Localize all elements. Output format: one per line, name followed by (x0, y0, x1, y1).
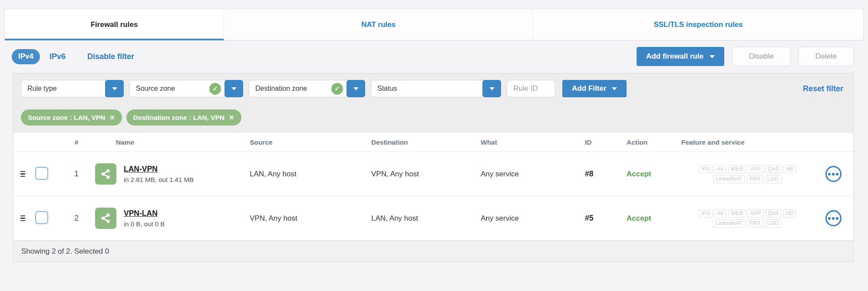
delete-button[interactable]: Delete (799, 47, 854, 66)
rule-name-link[interactable]: LAN-VPN (124, 165, 194, 174)
dropdown-button[interactable] (482, 80, 501, 97)
status-dropdown[interactable]: Status (371, 80, 501, 97)
share-network-icon (95, 163, 116, 185)
firewall-rules-panel: Rule type Source zone ✓ Destination zone… (13, 73, 854, 262)
header-what: What (481, 139, 585, 146)
feature-badge: HB (783, 209, 796, 218)
tab-nat-rules[interactable]: NAT rules (224, 9, 533, 40)
table-header-row: # Name Source Destination What ID Action… (13, 133, 853, 152)
row-checkbox[interactable] (35, 167, 48, 180)
rule-what: Any service (481, 170, 585, 179)
disable-filter-link[interactable]: Disable filter (87, 52, 134, 61)
filter-chip-destination-zone: Destination zone : LAN, VPN ✕ (126, 109, 241, 126)
table-row: 1 LAN-VPN in 2.81 MB, out 1.41 MB LAN, A… (13, 152, 853, 196)
share-network-icon (95, 208, 116, 229)
rule-destination: LAN, Any host (371, 214, 481, 223)
check-circle-icon: ✓ (331, 83, 343, 95)
feature-badge: HB (783, 165, 796, 173)
rule-name-link[interactable]: VPN-LAN (124, 209, 165, 218)
feature-badge: WEB (728, 165, 746, 173)
dropdown-button[interactable] (224, 80, 243, 97)
table-footer: Showing 2 of 2. Selected 0 (13, 241, 853, 261)
row-menu-button[interactable] (825, 210, 842, 226)
feature-badge: LOG (765, 175, 781, 183)
chevron-down-icon (612, 87, 617, 90)
feature-badge: APP (747, 165, 763, 173)
add-filter-label: Add Filter (572, 84, 606, 93)
add-firewall-rule-button[interactable]: Add firewall rule (637, 47, 724, 66)
reset-filter-link[interactable]: Reset filter (803, 84, 846, 93)
rule-id-input[interactable] (507, 80, 555, 97)
feature-badge: PRX (746, 219, 763, 228)
destination-zone-dropdown[interactable]: Destination zone ✓ (249, 80, 365, 97)
rule-action: Accept (627, 214, 681, 223)
rule-source: LAN, Any host (250, 170, 371, 179)
tab-label: SSL/TLS inspection rules (653, 20, 743, 29)
rule-source: VPN, Any host (250, 214, 371, 223)
rule-id: #5 (585, 214, 627, 223)
rule-destination: VPN, Any host (371, 170, 481, 179)
dropdown-button[interactable] (105, 80, 124, 97)
chevron-down-icon (710, 55, 715, 58)
drag-handle-icon[interactable] (20, 215, 25, 222)
chevron-down-icon (489, 87, 495, 90)
header-source: Source (250, 139, 371, 146)
feature-badge: AV (714, 209, 726, 218)
rule-what: Any service (481, 214, 585, 223)
drag-handle-icon[interactable] (20, 171, 25, 177)
status-label: Status (371, 85, 482, 93)
table-row: 2 VPN-LAN in 0 B, out 0 B VPN, Any host … (13, 196, 853, 241)
destination-zone-label: Destination zone (249, 85, 331, 93)
rule-number: 2 (58, 214, 95, 223)
chevron-down-icon (231, 87, 237, 90)
disable-button[interactable]: Disable (732, 47, 791, 66)
header-id: ID (585, 139, 627, 146)
feature-badge: LinkedNAT (713, 219, 745, 228)
filter-chips-row: Source zone : LAN, VPN ✕ Destination zon… (13, 97, 853, 133)
chevron-down-icon (112, 87, 117, 90)
rule-id: #8 (585, 169, 627, 179)
row-checkbox[interactable] (35, 211, 48, 224)
dropdown-button[interactable] (347, 80, 365, 97)
chip-label: Destination zone : LAN, VPN (133, 114, 224, 122)
feature-badge: LinkedNAT (713, 175, 745, 183)
row-menu-button[interactable] (825, 166, 842, 182)
ipv6-toggle[interactable]: IPv6 (50, 52, 66, 61)
tab-ssl-tls-inspection-rules[interactable]: SSL/TLS inspection rules (533, 9, 863, 40)
source-zone-label: Source zone (130, 85, 209, 93)
feature-badge: AV (714, 165, 726, 173)
rule-type-label: Rule type (21, 85, 105, 93)
header-action: Action (627, 139, 681, 146)
feature-badge: IPS (699, 209, 713, 218)
feature-badges: IPSAVWEBAPPQoSHB LinkedNATPRXLOG (689, 209, 806, 228)
feature-badge: IPS (699, 165, 713, 173)
remove-chip-icon[interactable]: ✕ (229, 114, 234, 122)
controls-row: IPv4 IPv6 Disable filter Add firewall ru… (12, 47, 854, 66)
rule-traffic-text: in 0 B, out 0 B (124, 220, 165, 228)
feature-badge: QoS (766, 165, 782, 173)
filter-chip-source-zone: Source zone : LAN, VPN ✕ (21, 109, 122, 126)
source-zone-dropdown[interactable]: Source zone ✓ (129, 80, 243, 97)
rule-traffic-text: in 2.81 MB, out 1.41 MB (124, 176, 194, 183)
feature-badge: QoS (766, 209, 782, 218)
tab-firewall-rules[interactable]: Firewall rules (5, 9, 224, 40)
check-circle-icon: ✓ (209, 83, 221, 95)
remove-chip-icon[interactable]: ✕ (109, 114, 115, 122)
rule-action: Accept (627, 170, 681, 179)
showing-status-text: Showing 2 of 2. Selected 0 (21, 247, 109, 256)
rules-table: # Name Source Destination What ID Action… (13, 133, 853, 241)
header-name: Name (95, 139, 250, 146)
header-feature-and-service: Feature and service (681, 139, 813, 146)
rule-tabs: Firewall rules NAT rules SSL/TLS inspect… (4, 9, 864, 40)
add-filter-button[interactable]: Add Filter (562, 80, 627, 97)
feature-badge: PRX (746, 175, 763, 183)
rule-type-dropdown[interactable]: Rule type (21, 80, 124, 97)
feature-badges: IPSAVWEBAPPQoSHB LinkedNATPRXLOG (689, 165, 806, 183)
filter-bar: Rule type Source zone ✓ Destination zone… (13, 73, 853, 97)
tab-label: Firewall rules (91, 20, 138, 29)
chevron-down-icon (353, 87, 359, 90)
feature-badge: APP (747, 209, 763, 218)
ipv4-toggle[interactable]: IPv4 (12, 49, 40, 64)
add-firewall-rule-label: Add firewall rule (646, 52, 703, 61)
header-number: # (58, 139, 95, 146)
